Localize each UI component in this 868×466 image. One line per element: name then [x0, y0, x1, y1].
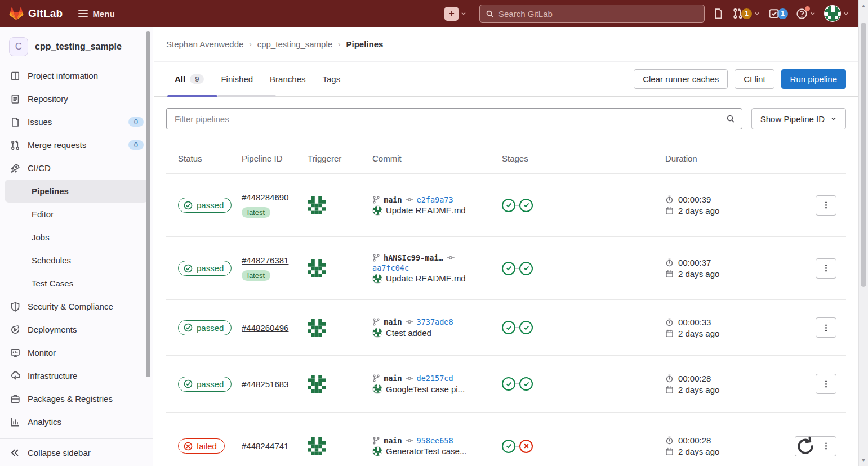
stage-failed-icon[interactable]	[519, 440, 533, 453]
commit-sha-link[interactable]: e2fa9a73	[417, 195, 453, 204]
pipeline-id-link[interactable]: #448260496	[242, 323, 288, 333]
sidebar-item-issues[interactable]: Issues0	[0, 110, 153, 133]
status-badge[interactable]: passed	[178, 261, 232, 276]
sidebar-item-infrastructure[interactable]: Infrastructure	[0, 364, 153, 387]
stage-passed-icon[interactable]	[502, 321, 515, 334]
sidebar-item-repository[interactable]: Repository	[0, 87, 153, 110]
status-label: passed	[197, 379, 224, 389]
pipeline-id-link[interactable]: #448251683	[242, 379, 288, 389]
stage-passed-icon[interactable]	[519, 321, 533, 334]
triggerer-avatar[interactable]	[308, 249, 360, 288]
commit-message-link[interactable]: GeneratorTest case...	[386, 446, 466, 456]
triggerer-avatar[interactable]	[308, 308, 360, 347]
project-header[interactable]: C cpp_testing_sample	[0, 32, 153, 64]
stage-passed-icon[interactable]	[502, 440, 515, 453]
stage-passed-icon[interactable]	[519, 262, 533, 275]
stage-passed-icon[interactable]	[502, 199, 515, 212]
sidebar-item-project-information[interactable]: Project information	[0, 64, 153, 87]
latest-badge: latest	[242, 270, 270, 281]
check-circle-icon	[184, 323, 193, 332]
clear-runner-caches-button[interactable]: Clear runner caches	[634, 69, 728, 89]
commit-sha-link[interactable]: 958ee658	[417, 436, 453, 445]
commit-message-link[interactable]: Ctest added	[386, 328, 431, 338]
run-pipeline-button[interactable]: Run pipeline	[781, 69, 846, 89]
scroll-down-arrow[interactable]: ▼	[859, 456, 868, 465]
sidebar-item-test-cases[interactable]: Test Cases	[0, 272, 153, 295]
triggerer-avatar[interactable]	[308, 427, 360, 465]
breadcrumb-item[interactable]: Pipelines	[346, 39, 383, 49]
status-badge[interactable]: passed	[178, 198, 232, 213]
branch-link[interactable]: main	[384, 317, 402, 326]
sidebar-item-analytics[interactable]: Analytics	[0, 410, 153, 433]
show-pipeline-id-dropdown[interactable]: Show Pipeline ID	[751, 108, 846, 129]
todos-menu[interactable]: 1	[768, 8, 788, 19]
stage-passed-icon[interactable]	[502, 377, 515, 391]
sidebar-item-label: CI/CD	[28, 163, 51, 173]
breadcrumb-item[interactable]: cpp_testing_sample	[257, 39, 332, 49]
sidebar-item-ci-cd[interactable]: CI/CD	[0, 156, 153, 180]
global-search[interactable]	[479, 5, 705, 23]
sidebar-item-security-compliance[interactable]: Security & Compliance	[0, 295, 153, 318]
pipeline-id-link[interactable]: #448284690	[242, 192, 288, 202]
tab-all[interactable]: All9	[166, 62, 212, 96]
row-actions-kebab-button[interactable]	[816, 374, 836, 394]
sidebar-item-packages-registries[interactable]: Packages & Registries	[0, 387, 153, 410]
row-actions-kebab-button[interactable]	[816, 317, 836, 338]
stage-passed-icon[interactable]	[519, 199, 533, 212]
retry-pipeline-button[interactable]	[795, 436, 816, 456]
scroll-up-arrow[interactable]: ▲	[859, 1, 868, 10]
commit-sha-link[interactable]: 3737ade8	[417, 317, 453, 326]
page-scrollbar[interactable]: ▲ ▼	[858, 0, 868, 466]
gitlab-logo[interactable]: GitLab	[9, 6, 63, 21]
filter-pipelines-input[interactable]	[166, 108, 719, 129]
filter-search-button[interactable]	[719, 108, 742, 129]
sidebar-item-editor[interactable]: Editor	[0, 203, 153, 226]
new-menu[interactable]	[444, 7, 467, 21]
sidebar-item-pipelines[interactable]: Pipelines	[5, 180, 148, 203]
pipeline-id-link[interactable]: #448244741	[242, 441, 288, 451]
pipeline-id-link[interactable]: #448276381	[242, 256, 288, 265]
row-actions-kebab-button[interactable]	[816, 195, 836, 216]
sidebar-item-deployments[interactable]: Deployments	[0, 318, 153, 341]
sidebar-item-jobs[interactable]: Jobs	[0, 226, 153, 249]
commit-sha-link[interactable]: aa7fc04c	[372, 263, 409, 272]
ci-lint-button[interactable]: CI lint	[735, 69, 774, 89]
breadcrumb-item[interactable]: Stephan Avenwedde	[166, 39, 243, 49]
merge-requests-menu[interactable]: 1	[732, 8, 760, 19]
commit-message-link[interactable]: Update README.md	[386, 274, 466, 283]
branch-link[interactable]: main	[384, 195, 402, 204]
branch-link[interactable]: hANSIc99-mai…	[384, 253, 443, 262]
status-badge[interactable]: passed	[178, 320, 232, 335]
status-badge[interactable]: failed	[178, 438, 225, 454]
sidebar-item-monitor[interactable]: Monitor	[0, 341, 153, 364]
status-badge[interactable]: passed	[178, 377, 232, 392]
tab-branches[interactable]: Branches	[261, 62, 314, 96]
row-actions-kebab-button[interactable]	[816, 258, 836, 279]
stage-passed-icon[interactable]	[502, 262, 515, 275]
commit-sha-link[interactable]: de2157cd	[417, 374, 453, 383]
row-actions-kebab-button[interactable]	[816, 436, 836, 456]
branch-link[interactable]: main	[384, 436, 402, 445]
page-scrollbar-thumb[interactable]	[861, 23, 866, 287]
branch-link[interactable]: main	[384, 374, 402, 383]
sidebar-scrollbar-thumb[interactable]	[146, 31, 150, 377]
commit-message-link[interactable]: Update README.md	[386, 205, 466, 215]
stage-passed-icon[interactable]	[519, 377, 533, 391]
search-input[interactable]	[498, 9, 698, 19]
collapse-sidebar-button[interactable]: Collapse sidebar	[0, 438, 153, 466]
triggerer-avatar[interactable]	[308, 186, 360, 225]
user-menu[interactable]	[824, 5, 849, 22]
commit-message-link[interactable]: GoogleTest case pi...	[386, 384, 465, 394]
check-circle-icon	[184, 379, 193, 388]
sidebar-item-schedules[interactable]: Schedules	[0, 249, 153, 272]
docs-icon[interactable]	[713, 8, 724, 20]
hamburger-icon	[78, 8, 88, 19]
menu-button[interactable]: Menu	[78, 8, 114, 19]
triggerer-avatar[interactable]	[308, 365, 360, 403]
shield-icon	[10, 302, 20, 312]
tab-tags[interactable]: Tags	[314, 62, 349, 96]
help-menu[interactable]	[796, 8, 816, 20]
age-value: 2 days ago	[678, 447, 719, 456]
tab-finished[interactable]: Finished	[212, 62, 261, 96]
sidebar-item-merge-requests[interactable]: Merge requests0	[0, 133, 153, 156]
